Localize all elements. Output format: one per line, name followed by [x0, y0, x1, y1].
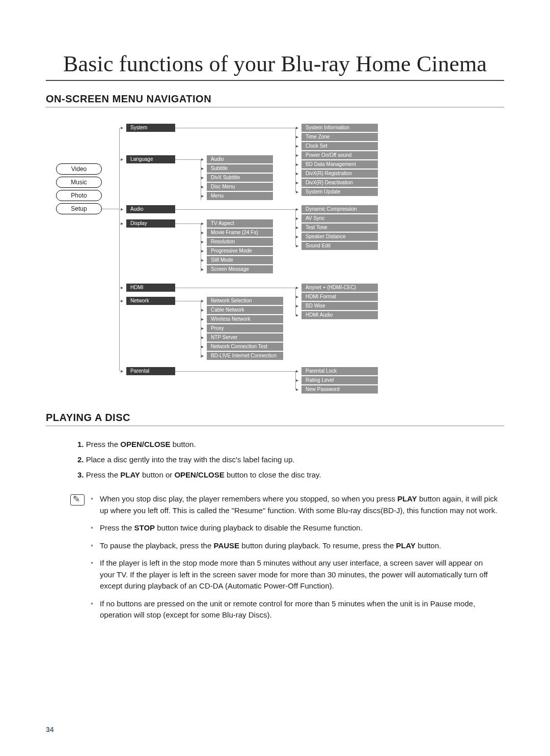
sys-divxreg: DivX(R) Registration [301, 170, 378, 178]
disp-movieframe: Movie Frame (24 Fs) [207, 229, 273, 237]
lang-discmenu: Disc Menu [207, 183, 273, 191]
disp-screenmsg: Screen Message [207, 265, 273, 273]
open-close-label: OPEN/CLOSE [174, 470, 224, 479]
sys-clockset: Clock Set [301, 142, 378, 150]
aud-spkdist: Speaker Distance [301, 233, 378, 241]
setup-audio: Audio [126, 205, 175, 213]
net-wireless: Wireless Network [207, 315, 283, 323]
step-number: 1. [77, 440, 84, 449]
lang-subtitle: Subtitle [207, 164, 273, 173]
setup-hdmi: HDMI [126, 284, 175, 292]
sys-info: System Information [301, 124, 378, 132]
setup-network: Network [126, 297, 175, 305]
note-text: If no buttons are pressed on the unit or… [100, 599, 475, 620]
step-text: button or [140, 470, 175, 479]
play-label: PLAY [120, 470, 140, 479]
note-text: If the player is left in the stop mode m… [100, 558, 488, 590]
aud-avsync: AV Sync [301, 214, 378, 222]
note-text: button. [416, 541, 441, 550]
net-cable: Cable Network [207, 306, 283, 314]
step-2: 2. Place a disc gently into the tray wit… [77, 454, 504, 466]
note-item: If the player is left in the stop mode m… [91, 557, 499, 592]
menu-tree-diagram: Video Music Photo Setup System Language … [41, 120, 499, 405]
tab-video: Video [56, 163, 102, 175]
tab-music: Music [56, 177, 102, 188]
section-on-screen-menu: ON-SCREEN MENU NAVIGATION [46, 93, 504, 107]
hdmi-bdwise: BD Wise [301, 302, 378, 310]
note-item: If no buttons are pressed on the unit or… [91, 598, 499, 621]
aud-testtone: Test Tone [301, 223, 378, 232]
note-text: To pause the playback, press the [100, 541, 213, 550]
note-item: To pause the playback, press the PAUSE b… [91, 540, 499, 552]
note-text: button twice during playback to disable … [155, 523, 363, 532]
step-text: Press the [86, 470, 121, 479]
net-selection: Network Selection [207, 297, 283, 305]
net-bdlive: BD-LIVE Internet Connection [207, 352, 283, 360]
step-number: 3. [77, 470, 84, 479]
aud-dyncomp: Dynamic Compression [301, 205, 378, 213]
setup-parental: Parental [126, 367, 175, 375]
step-1: 1. Press the OPEN/CLOSE button. [77, 438, 504, 451]
lang-audio: Audio [207, 155, 273, 163]
sys-update: System Update [301, 188, 378, 196]
disp-tvaspect: TV Aspect [207, 219, 273, 228]
net-proxy: Proxy [207, 324, 283, 332]
net-conntest: Network Connection Test [207, 343, 283, 351]
lang-menu: Menu [207, 192, 273, 200]
sys-bddata: BD Data Management [301, 160, 378, 169]
note-text: When you stop disc play, the player reme… [100, 494, 397, 503]
net-ntp: NTP Server [207, 333, 283, 342]
sys-divxdeact: DivX(R) Deactivation [301, 179, 378, 187]
step-number: 2. [77, 455, 84, 464]
notes-list: When you stop disc play, the player reme… [91, 493, 499, 621]
play-label: PLAY [397, 494, 417, 503]
par-rating: Rating Level [301, 376, 378, 384]
par-lock: Parental Lock [301, 367, 378, 375]
step-text: button. [171, 440, 196, 449]
note-item: Press the STOP button twice during playb… [91, 522, 499, 534]
disp-progressive: Progressive Mode [207, 247, 273, 255]
hdmi-format: HDMI Format [301, 293, 378, 301]
setup-system: System [126, 124, 175, 132]
page-number: 34 [46, 725, 54, 734]
step-3: 3. Press the PLAY button or OPEN/CLOSE b… [77, 469, 504, 481]
lang-divxsub: DivX Subtitle [207, 174, 273, 182]
note-text: button during playback. To resume, press… [239, 541, 396, 550]
hdmi-anynet: Anynet + (HDMI-CEC) [301, 284, 378, 292]
note-item: When you stop disc play, the player reme… [91, 493, 499, 516]
sys-timezone: Time Zone [301, 133, 378, 141]
manual-page: Basic functions of your Blu-ray Home Cin… [0, 0, 550, 756]
open-close-label: OPEN/CLOSE [120, 440, 170, 449]
aud-sndedit: Sound Edit [301, 242, 378, 250]
sys-powersnd: Power On/Off sound [301, 151, 378, 159]
tab-setup: Setup [56, 203, 102, 214]
setup-language: Language [126, 155, 175, 163]
par-newpw: New Password [301, 385, 378, 394]
step-text: button to close the disc tray. [225, 470, 321, 479]
pause-label: PAUSE [213, 541, 239, 550]
step-text: Place a disc gently into the tray with t… [86, 455, 295, 464]
play-label: PLAY [396, 541, 416, 550]
notes-block: When you stop disc play, the player reme… [46, 493, 504, 621]
disp-resolution: Resolution [207, 238, 273, 246]
note-icon [70, 494, 85, 506]
section-playing-a-disc: PLAYING A DISC [46, 412, 504, 426]
stop-label: STOP [134, 523, 155, 532]
hdmi-audio: HDMI Audio [301, 311, 378, 319]
page-title: Basic functions of your Blu-ray Home Cin… [46, 51, 504, 81]
playing-steps-list: 1. Press the OPEN/CLOSE button. 2. Place… [46, 438, 504, 481]
note-text: Press the [100, 523, 134, 532]
disp-still: Still Mode [207, 256, 273, 264]
step-text: Press the [86, 440, 121, 449]
setup-display: Display [126, 219, 175, 228]
tab-photo: Photo [56, 190, 102, 201]
